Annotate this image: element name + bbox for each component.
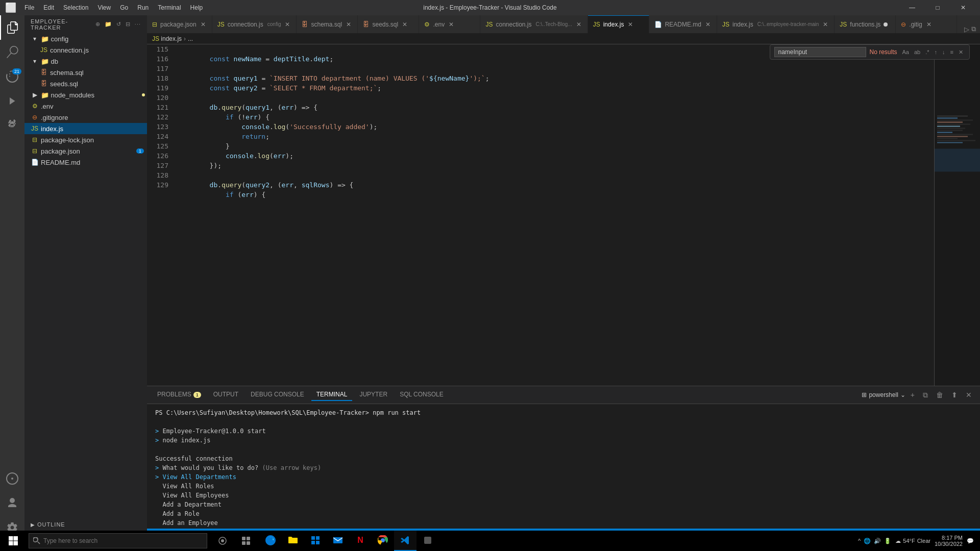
add-terminal-btn[interactable]: + [908, 390, 918, 400]
panel-tab-debug-console[interactable]: DEBUG CONSOLE [246, 389, 309, 401]
tray-chevron[interactable]: ^ [858, 538, 861, 544]
panel-close-btn[interactable]: ✕ [963, 390, 975, 400]
tree-item-gitignore[interactable]: ⊖ .gitignore [24, 112, 147, 123]
tray-volume-icon[interactable]: 🔊 [874, 538, 881, 544]
terminal-trash-btn[interactable]: 🗑 [933, 390, 946, 400]
taskbar-mail[interactable] [327, 531, 349, 551]
activity-run[interactable] [0, 89, 24, 113]
panel-tab-sql-console[interactable]: SQL CONSOLE [395, 389, 449, 401]
match-word-btn[interactable]: ab [912, 48, 922, 57]
tree-item-index-js[interactable]: JS index.js [24, 123, 147, 134]
tab-close-seeds[interactable]: ✕ [401, 20, 408, 29]
panel-maximize-btn[interactable]: ⬆ [948, 390, 961, 400]
panel-tab-problems[interactable]: PROBLEMS1 [152, 389, 206, 401]
tab-close-gitig[interactable]: ✕ [925, 20, 933, 29]
tab-readme[interactable]: 📄 README.md ✕ [649, 15, 717, 33]
match-case-btn[interactable]: Aa [900, 48, 911, 57]
split-terminal-btn[interactable]: ⧉ [920, 390, 931, 400]
collapse-all-icon[interactable]: ⊟ [126, 21, 131, 28]
tab-close-connection-blog[interactable]: ✕ [575, 20, 582, 29]
close-find-btn[interactable]: ✕ [957, 48, 965, 57]
panel-tab-output[interactable]: OUTPUT [208, 389, 243, 401]
maximize-button[interactable]: □ [926, 0, 949, 15]
taskbar-file-explorer[interactable] [282, 531, 304, 551]
tab-close-env[interactable]: ✕ [448, 20, 455, 29]
taskbar-search-input[interactable] [43, 537, 203, 544]
taskbar-cortana[interactable] [211, 531, 234, 551]
tab-seeds-sql[interactable]: 🗄 seeds.sql ✕ [358, 15, 419, 33]
tree-item-readme[interactable]: 📄 README.md [24, 157, 147, 168]
taskbar-task-view[interactable] [235, 531, 257, 551]
activity-extensions[interactable] [0, 113, 24, 138]
outline-section[interactable]: ▶ OUTLINE [24, 519, 147, 530]
regex-btn[interactable]: .* [923, 48, 931, 57]
taskbar-store[interactable] [304, 531, 327, 551]
panel-tab-terminal[interactable]: TERMINAL [311, 389, 353, 401]
activity-remote[interactable] [0, 466, 24, 491]
activity-accounts[interactable] [0, 491, 24, 515]
tab-close-index-js[interactable]: ✕ [627, 20, 634, 29]
tab-schema-sql[interactable]: 🗄 schema.sql ✕ [297, 15, 358, 33]
tab-functions-js[interactable]: JS functions.js [835, 15, 896, 33]
tab-gitig[interactable]: ⊖ .gitig ✕ [896, 15, 957, 33]
prev-match-btn[interactable]: ↑ [933, 48, 940, 57]
menu-file[interactable]: File [20, 2, 38, 13]
terminal-content[interactable]: PS C:\Users\Sufiyan\Desktop\Homework\SQL… [147, 404, 980, 529]
panel-tab-jupyter[interactable]: JUPYTER [354, 389, 393, 401]
tree-item-env[interactable]: ⚙ .env [24, 101, 147, 112]
minimize-button[interactable]: — [900, 0, 924, 15]
tab-close-package-json[interactable]: ✕ [200, 20, 207, 29]
tree-item-seeds-sql[interactable]: 🗄 seeds.sql [24, 78, 147, 89]
run-icon[interactable]: ▷ [964, 26, 969, 33]
menu-edit[interactable]: Edit [39, 2, 58, 13]
activity-explorer[interactable] [0, 15, 24, 40]
find-input[interactable] [774, 47, 866, 57]
new-file-icon[interactable]: ⊕ [95, 21, 101, 28]
tray-battery-icon[interactable]: 🔋 [884, 538, 891, 544]
start-button[interactable] [2, 531, 24, 551]
tab-connection-js-config[interactable]: JS connection.js config ✕ [212, 15, 297, 33]
tray-network-icon[interactable]: 🌐 [864, 538, 871, 544]
menu-terminal[interactable]: Terminal [154, 2, 185, 13]
tab-close-index-main[interactable]: ✕ [822, 20, 829, 29]
tab-index-js-main[interactable]: JS index.js C:\..employee-tracker-main ✕ [717, 15, 835, 33]
tree-item-config[interactable]: ▾ 📁 config [24, 33, 147, 44]
tab-connection-js-blog[interactable]: JS connection.js C:\..Tech-Blog... ✕ [480, 15, 587, 33]
tree-item-package-json[interactable]: ⊟ package.json 1 [24, 145, 147, 157]
tab-package-json[interactable]: ⊟ package.json ✕ [147, 15, 212, 33]
taskbar-search-box[interactable] [29, 533, 207, 548]
taskbar-netflix[interactable]: N [349, 531, 372, 551]
activity-source-control[interactable]: 21 [0, 64, 24, 89]
activity-search[interactable] [0, 40, 24, 64]
taskbar-vscode[interactable] [394, 531, 416, 551]
menu-selection[interactable]: Selection [59, 2, 92, 13]
tab-index-js[interactable]: JS index.js ✕ [588, 15, 649, 33]
next-match-btn[interactable]: ↓ [940, 48, 947, 57]
breadcrumb-filename[interactable]: index.js [161, 35, 182, 42]
menu-go[interactable]: Go [116, 2, 132, 13]
tab-env[interactable]: ⚙ .env ✕ [419, 15, 480, 33]
more-icon[interactable]: ··· [135, 21, 141, 28]
taskbar-chrome[interactable] [372, 531, 394, 551]
tab-close-connection-js[interactable]: ✕ [284, 20, 291, 29]
taskbar-edge[interactable] [259, 531, 282, 551]
menu-help[interactable]: Help [186, 2, 207, 13]
tree-item-connection-js[interactable]: JS connection.js [24, 44, 147, 56]
refresh-icon[interactable]: ↺ [116, 21, 121, 28]
breadcrumb-location[interactable]: ... [188, 35, 193, 42]
tree-item-schema-sql[interactable]: 🗄 schema.sql [24, 67, 147, 78]
tree-item-package-lock[interactable]: ⊟ package-lock.json [24, 134, 147, 145]
find-in-selection-btn[interactable]: ≡ [948, 48, 955, 57]
tab-close-readme[interactable]: ✕ [704, 20, 712, 29]
split-editor-icon[interactable]: ⧉ [971, 25, 976, 33]
tree-item-db[interactable]: ▾ 📁 db [24, 56, 147, 67]
tree-item-node-modules[interactable]: ▶ 📁 node_modules [24, 89, 147, 101]
taskbar-app8[interactable] [416, 531, 439, 551]
tab-close-schema[interactable]: ✕ [345, 20, 352, 29]
menu-view[interactable]: View [93, 2, 115, 13]
tray-clock[interactable]: 8:17 PM 10/30/2022 [935, 535, 963, 547]
code-content[interactable]: const newName = deptTitle.dept; const qu… [173, 44, 934, 386]
notifications-icon[interactable]: 💬 [967, 538, 974, 544]
new-folder-icon[interactable]: 📁 [105, 21, 112, 28]
close-button[interactable]: ✕ [951, 0, 975, 15]
